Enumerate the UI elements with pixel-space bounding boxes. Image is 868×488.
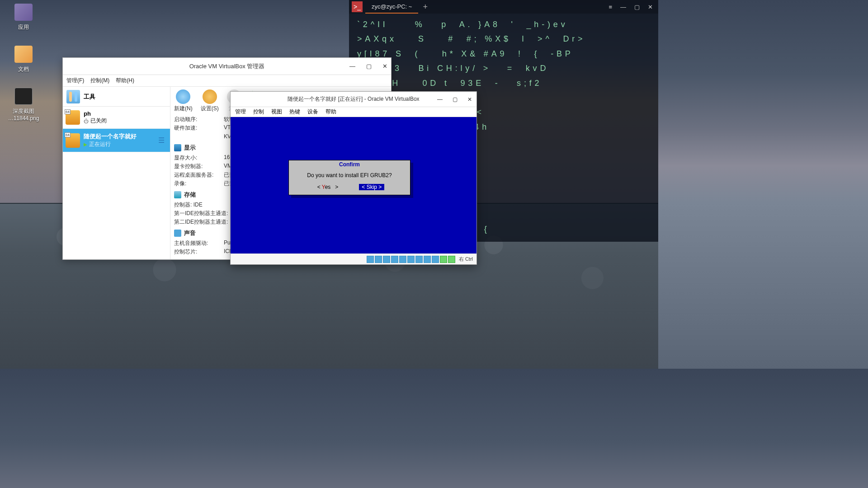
vm-display[interactable]: Confirm Do you want to install EFI GRUB2… <box>231 117 476 253</box>
host-key: 右 Ctrl <box>459 256 473 263</box>
close-icon[interactable]: ✕ <box>467 96 472 103</box>
vbm-tools-item[interactable]: 工具 <box>63 87 170 107</box>
vm-item-selected[interactable]: 随便起一个名字就好 正在运行 ☰ <box>63 129 170 152</box>
storage-icon <box>174 191 181 198</box>
net-icon[interactable] <box>391 256 398 263</box>
tools-label: 工具 <box>84 93 95 101</box>
dialog-message: Do you want to install EFI GRUB2? <box>289 169 410 180</box>
menu-help[interactable]: 帮助 <box>326 108 336 116</box>
vbm-title-text: Oracle VM VirtualBox 管理器 <box>189 62 265 70</box>
vm-name: ph <box>84 110 107 117</box>
confirm-dialog: Confirm Do you want to install EFI GRUB2… <box>288 160 410 195</box>
vbm-titlebar[interactable]: Oracle VM VirtualBox 管理器 — ▢ ✕ <box>63 58 391 75</box>
vbm-sidebar: 工具 ph 已关闭 随便起一个名字就好 正在运行 ☰ <box>63 87 170 259</box>
new-icon <box>176 89 190 104</box>
cpu-icon[interactable] <box>424 256 431 263</box>
vm-status: 正在运行 <box>84 141 137 148</box>
vmw-titlebar[interactable]: 随便起一个名字就好 [正在运行] - Oracle VM VirtualBox … <box>231 92 476 107</box>
details-icon[interactable]: ☰ <box>158 136 165 145</box>
minimize-icon[interactable]: — <box>620 4 626 10</box>
minimize-icon[interactable]: — <box>349 63 355 70</box>
vm-status: 已关闭 <box>84 117 107 125</box>
share-icon[interactable] <box>399 256 406 263</box>
vm-name: 随便起一个名字就好 <box>84 132 137 141</box>
toolbar-settings[interactable]: 设置(S) <box>201 89 219 113</box>
menu-control[interactable]: 控制 <box>253 108 264 116</box>
desktop-icon-label: 深度截图 …11844.png <box>8 108 39 122</box>
apps-icon <box>14 4 33 21</box>
tools-icon <box>66 90 80 103</box>
cd-icon[interactable] <box>375 256 382 263</box>
menu-manage[interactable]: 管理 <box>235 108 246 116</box>
toolbar-new[interactable]: 新建(N) <box>174 89 193 113</box>
maximize-icon[interactable]: ▢ <box>634 4 640 10</box>
menu-file[interactable]: 管理(F) <box>66 77 84 84</box>
display-icon <box>174 144 181 151</box>
clipboard-icon[interactable] <box>448 256 455 263</box>
settings-icon <box>203 89 217 104</box>
vmw-menubar[interactable]: 管理 控制 视图 热键 设备 帮助 <box>231 107 476 117</box>
documents-icon <box>14 46 33 63</box>
desktop-icon-documents[interactable]: 文档 <box>5 46 42 73</box>
dialog-title: Confirm <box>289 160 410 169</box>
terminal-menu-icon[interactable]: ≡ <box>609 4 612 10</box>
terminal-icon: >_ <box>352 1 363 12</box>
menu-view[interactable]: 视图 <box>271 108 282 116</box>
vm-statusbar: 右 Ctrl <box>231 253 476 264</box>
menu-machine[interactable]: 控制(M) <box>90 77 109 84</box>
maximize-icon[interactable]: ▢ <box>366 63 372 70</box>
menu-devices[interactable]: 设备 <box>307 108 318 116</box>
desktop-icon-applications[interactable]: 应用 <box>5 4 42 31</box>
keyboard-icon[interactable] <box>440 256 447 263</box>
vm-os-icon <box>66 133 80 148</box>
terminal-tab[interactable]: zyc@zyc-PC: ~ <box>365 0 418 14</box>
terminal-new-tab[interactable]: + <box>423 2 428 12</box>
mouse-icon[interactable] <box>432 256 439 263</box>
dialog-yes-button[interactable]: < Yes > <box>315 184 341 190</box>
menu-input[interactable]: 热键 <box>289 108 300 116</box>
audio-icon <box>174 230 181 237</box>
close-icon[interactable]: ✕ <box>648 4 653 10</box>
desktop-icon-screenshot[interactable]: 深度截图 …11844.png <box>5 88 42 122</box>
vbm-menubar[interactable]: 管理(F) 控制(M) 帮助(H) <box>63 75 391 87</box>
display-icon[interactable] <box>407 256 415 263</box>
usb-icon[interactable] <box>383 256 390 263</box>
menu-help[interactable]: 帮助(H) <box>116 77 134 84</box>
screenshot-icon <box>14 88 33 105</box>
hdd-icon[interactable] <box>367 256 374 263</box>
rec-icon[interactable] <box>415 256 423 263</box>
dialog-skip-button[interactable]: < Skip > <box>359 184 384 190</box>
vm-item-ph[interactable]: ph 已关闭 <box>63 107 170 129</box>
vm-running-window[interactable]: 随便起一个名字就好 [正在运行] - Oracle VM VirtualBox … <box>230 91 477 265</box>
maximize-icon[interactable]: ▢ <box>453 96 458 103</box>
vm-os-icon <box>66 110 80 125</box>
close-icon[interactable]: ✕ <box>382 63 387 70</box>
desktop-icon-label: 文档 <box>18 66 29 73</box>
terminal-titlebar[interactable]: >_ zyc@zyc-PC: ~ + ≡ — ▢ ✕ <box>349 0 658 14</box>
vmw-title-text: 随便起一个名字就好 [正在运行] - Oracle VM VirtualBox <box>288 95 419 103</box>
desktop-icon-label: 应用 <box>18 23 29 31</box>
minimize-icon[interactable]: — <box>437 96 443 103</box>
